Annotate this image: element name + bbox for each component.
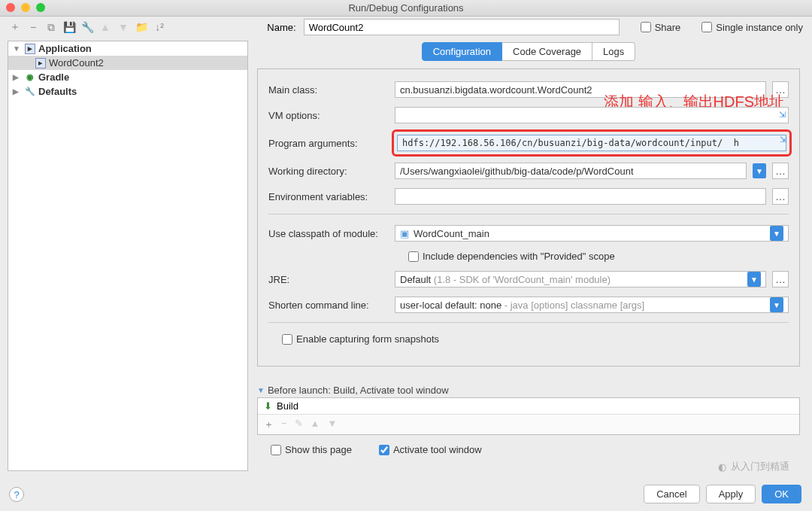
vm-options-label: VM options: (268, 110, 389, 121)
classpath-value: WordCount_main (414, 228, 489, 239)
dropdown-icon[interactable]: ▼ (770, 226, 783, 241)
wrench-icon[interactable]: 🔧 (81, 21, 93, 33)
up-icon[interactable]: ▲ (99, 21, 111, 33)
single-instance-label: Single instance only (716, 22, 803, 33)
shorten-label: Shorten command line: (268, 300, 389, 311)
before-launch-list[interactable]: ⬇︎ Build ＋ − ✎ ▲ ▼ (257, 397, 800, 435)
tree-item-gradle[interactable]: ▶ ◉ Gradle (8, 70, 247, 84)
before-launch-header[interactable]: ▼ Before launch: Build, Activate tool wi… (257, 385, 800, 396)
program-args-input[interactable] (397, 135, 786, 151)
chevron-down-icon: ▼ (13, 44, 22, 53)
share-label: Share (655, 22, 681, 33)
folder-icon[interactable]: 📁 (135, 21, 147, 33)
working-dir-input[interactable] (395, 163, 747, 179)
vm-options-input[interactable] (395, 107, 789, 123)
show-page-input[interactable] (271, 445, 281, 455)
remove-icon[interactable]: − (27, 21, 39, 33)
tree-item-application[interactable]: ▼ ▸ Application (8, 41, 247, 56)
cancel-button[interactable]: Cancel (644, 485, 699, 503)
working-dir-label: Working directory: (268, 166, 389, 177)
dropdown-icon[interactable]: ▼ (747, 272, 761, 287)
list-item[interactable]: ⬇︎ Build (258, 398, 799, 414)
apply-button[interactable]: Apply (706, 485, 756, 503)
browse-button[interactable]: … (772, 81, 789, 98)
edit-icon[interactable]: ✎ (295, 418, 303, 431)
expand-icon[interactable]: ⇲ (779, 110, 786, 120)
down-icon[interactable]: ▼ (117, 21, 129, 33)
separator (268, 214, 789, 214)
name-label: Name: (267, 22, 295, 33)
dropdown-icon[interactable]: ▼ (770, 297, 783, 312)
single-instance-checkbox-input[interactable] (701, 22, 712, 32)
browse-button[interactable]: … (772, 163, 789, 179)
program-args-highlight: ⇲ (392, 129, 792, 157)
before-launch-section: ▼ Before launch: Build, Activate tool wi… (257, 385, 800, 455)
browse-button[interactable]: … (772, 271, 789, 287)
window-title: Run/Debug Configurations (348, 2, 463, 14)
up-icon[interactable]: ▲ (311, 418, 320, 431)
env-vars-label: Environment variables: (268, 191, 389, 202)
build-label: Build (277, 400, 298, 412)
name-input[interactable] (304, 19, 620, 35)
share-checkbox-input[interactable] (641, 22, 651, 32)
tab-logs[interactable]: Logs (592, 42, 635, 61)
tree-label: WordCount2 (49, 57, 104, 68)
app-icon: ▸ (35, 58, 46, 68)
classpath-label: Use classpath of module: (268, 228, 389, 239)
dropdown-icon[interactable]: ▼ (753, 163, 766, 178)
minimize-icon[interactable] (21, 3, 30, 12)
traffic-lights (6, 3, 45, 12)
jre-select[interactable]: Default (1.8 - SDK of 'WordCount_main' m… (395, 271, 766, 287)
config-tree[interactable]: ▼ ▸ Application ▸ WordCount2 ▶ ◉ Gradle … (8, 41, 248, 471)
show-page-checkbox[interactable]: Show this page (271, 444, 352, 455)
include-provided-checkbox[interactable]: Include dependencies with "Provided" sco… (408, 251, 615, 262)
separator (268, 322, 789, 323)
close-icon[interactable] (6, 3, 15, 12)
enable-snapshots-label: Enable capturing form snapshots (296, 333, 439, 345)
show-page-label: Show this page (285, 444, 352, 455)
tree-label: Defaults (38, 86, 77, 97)
classpath-select[interactable]: ▣ WordCount_main ▼ (395, 225, 789, 242)
add-icon[interactable]: ＋ (9, 21, 21, 33)
footer-buttons: Cancel Apply OK (644, 485, 801, 503)
activate-tool-label: Activate tool window (393, 444, 482, 455)
enable-snapshots-input[interactable] (282, 334, 292, 345)
remove-icon[interactable]: − (281, 418, 287, 431)
add-icon[interactable]: ＋ (264, 418, 274, 431)
enable-snapshots-checkbox[interactable]: Enable capturing form snapshots (282, 333, 439, 345)
save-icon[interactable]: 💾 (63, 21, 75, 33)
tree-item-defaults[interactable]: ▶ 🔧 Defaults (8, 84, 247, 99)
tree-label: Application (38, 43, 92, 54)
tab-code-coverage[interactable]: Code Coverage (502, 42, 592, 61)
shorten-value: user-local default: none (400, 300, 501, 311)
browse-button[interactable]: … (772, 188, 789, 205)
main-class-input[interactable] (395, 81, 766, 98)
module-icon: ▣ (400, 228, 409, 239)
share-checkbox[interactable]: Share (641, 22, 681, 33)
chevron-right-icon: ▶ (13, 73, 22, 81)
top-toolbar: ＋ − ⧉ 💾 🔧 ▲ ▼ 📁 ↓² Name: Share Single in… (0, 17, 812, 38)
sort-icon[interactable]: ↓² (153, 21, 165, 33)
maximize-icon[interactable] (36, 3, 45, 12)
include-provided-label: Include dependencies with "Provided" sco… (423, 251, 615, 262)
activate-tool-checkbox[interactable]: Activate tool window (379, 444, 482, 455)
single-instance-checkbox[interactable]: Single instance only (701, 22, 803, 33)
copy-icon[interactable]: ⧉ (45, 21, 57, 33)
shorten-select[interactable]: user-local default: none - java [options… (395, 297, 789, 313)
help-button[interactable]: ? (9, 487, 24, 502)
jre-hint: (1.8 - SDK of 'WordCount_main' module) (434, 274, 611, 285)
config-panel: 添加 输入、输出HDFS地址 Main class: … VM options:… (257, 68, 800, 367)
env-vars-input[interactable] (395, 188, 766, 205)
activate-tool-input[interactable] (379, 445, 389, 455)
tab-configuration[interactable]: Configuration (422, 42, 502, 61)
down-icon[interactable]: ▼ (327, 418, 337, 431)
tree-item-wordcount2[interactable]: ▸ WordCount2 (8, 56, 247, 70)
include-provided-input[interactable] (408, 251, 419, 262)
expand-icon[interactable]: ⇲ (780, 135, 786, 144)
ok-button[interactable]: OK (762, 485, 801, 503)
titlebar: Run/Debug Configurations (0, 0, 812, 17)
app-icon: ▸ (25, 44, 35, 54)
jre-label: JRE: (268, 274, 389, 285)
jre-value: Default (400, 274, 431, 285)
main-class-label: Main class: (268, 84, 389, 96)
